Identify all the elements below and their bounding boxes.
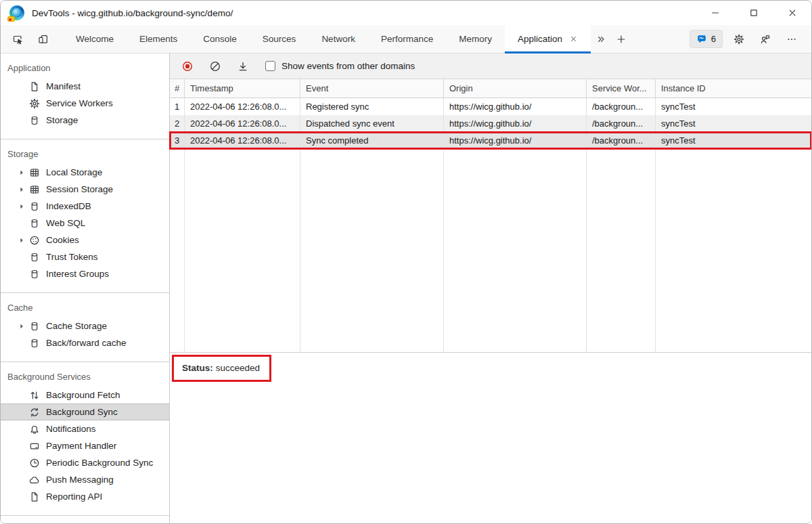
sidebar-item-payment-handler[interactable]: Payment Handler <box>1 437 169 454</box>
plus-icon <box>616 34 627 45</box>
events-table-empty-area <box>170 149 811 353</box>
tab-network[interactable]: Network <box>309 25 368 53</box>
empty-grid-column <box>300 149 444 352</box>
tab-label: Network <box>321 34 355 44</box>
sidebar-item-web-sql[interactable]: Web SQL <box>1 215 169 232</box>
record-button[interactable] <box>179 58 196 75</box>
sidebar-item-label: IndexedDB <box>46 201 91 211</box>
column-header-service-wor[interactable]: Service Wor... <box>587 79 656 97</box>
cell-origin: https://wicg.github.io/ <box>444 98 587 115</box>
document-icon <box>29 492 40 502</box>
arrow-spacer <box>17 407 29 418</box>
event-row-3[interactable]: 32022-04-06 12:26:08.0...Sync completedh… <box>170 132 811 149</box>
sidebar-item-background-fetch[interactable]: Background Fetch <box>1 387 169 403</box>
tab-application[interactable]: Application <box>505 25 591 53</box>
settings-button[interactable] <box>729 29 749 49</box>
sidebar-item-notifications[interactable]: Notifications <box>1 420 169 437</box>
datagrid-icon <box>29 167 40 178</box>
tab-memory[interactable]: Memory <box>446 25 505 53</box>
clear-events-button[interactable] <box>206 58 224 75</box>
tab-sources[interactable]: Sources <box>250 25 309 53</box>
record-icon <box>182 61 193 72</box>
device-emulation-icon <box>38 34 49 45</box>
column-header-origin[interactable]: Origin <box>444 79 587 97</box>
database-icon <box>29 201 40 212</box>
tab-label: Console <box>203 34 237 44</box>
arrow-spacer <box>17 441 29 452</box>
section-title: Application <box>1 53 169 78</box>
maximize-button[interactable] <box>734 1 773 25</box>
sidebar-item-local-storage[interactable]: Local Storage <box>1 164 169 181</box>
feedback-icon <box>760 34 771 45</box>
sidebar-item-label: Storage <box>46 115 78 125</box>
more-tabs-button[interactable] <box>591 29 611 49</box>
sidebar-item-interest-groups[interactable]: Interest Groups <box>1 265 169 282</box>
sidebar-item-reporting-api[interactable]: Reporting API <box>1 488 169 505</box>
tab-console[interactable]: Console <box>190 25 250 53</box>
database-icon <box>29 252 40 263</box>
sidebar-item-label: Reporting API <box>46 492 102 502</box>
more-options-icon <box>786 34 797 45</box>
sidebar-item-push-messaging[interactable]: Push Messaging <box>1 471 169 488</box>
sidebar-item-back-forward-cache[interactable]: Back/forward cache <box>1 334 169 351</box>
add-tab-button[interactable] <box>611 29 631 49</box>
events-toolbar: Show events from other domains <box>170 53 811 79</box>
arrow-spacer <box>17 115 29 126</box>
sidebar-item-indexeddb[interactable]: IndexedDB <box>1 198 169 215</box>
tab-close-icon[interactable] <box>569 35 578 43</box>
expand-arrow-icon[interactable] <box>17 167 29 178</box>
minimize-button[interactable] <box>696 1 734 25</box>
tab-label: Sources <box>263 34 296 44</box>
sidebar-item-session-storage[interactable]: Session Storage <box>1 181 169 198</box>
close-button[interactable] <box>773 1 811 25</box>
cell-event: Dispatched sync event <box>300 115 444 132</box>
updown-arrows-icon <box>29 390 40 401</box>
column-header-event[interactable]: Event <box>300 79 444 97</box>
sidebar-item-storage[interactable]: Storage <box>1 112 169 129</box>
expand-arrow-icon[interactable] <box>17 201 29 212</box>
issues-badge[interactable]: 6 <box>690 30 723 48</box>
more-options-button[interactable] <box>782 29 802 49</box>
sidebar-item-manifest[interactable]: Manifest <box>1 78 169 95</box>
arrow-spacer <box>17 98 29 109</box>
expand-arrow-icon[interactable] <box>17 184 29 195</box>
events-table-header: #TimestampEventOriginService Wor...Insta… <box>170 79 811 98</box>
device-emulation-button[interactable] <box>33 29 53 49</box>
arrow-spacer <box>17 81 29 92</box>
column-header-[interactable]: # <box>170 79 185 97</box>
sidebar-item-cookies[interactable]: Cookies <box>1 232 169 248</box>
show-events-checkbox[interactable] <box>265 61 275 71</box>
tab-elements[interactable]: Elements <box>127 25 190 53</box>
event-row-2[interactable]: 22022-04-06 12:26:08.0...Dispatched sync… <box>170 115 811 132</box>
cell-timestamp: 2022-04-06 12:26:08.0... <box>185 115 300 132</box>
beta-badge-icon <box>7 16 15 22</box>
column-header-timestamp[interactable]: Timestamp <box>185 79 300 97</box>
save-events-button[interactable] <box>234 58 252 75</box>
panel-tabs: WelcomeElementsConsoleSourcesNetworkPerf… <box>63 25 591 53</box>
sidebar-item-cache-storage[interactable]: Cache Storage <box>1 318 169 334</box>
column-header-instance-id[interactable]: Instance ID <box>656 79 811 97</box>
cell-event: Sync completed <box>300 132 444 149</box>
sidebar-item-background-sync[interactable]: Background Sync <box>1 403 169 420</box>
feedback-button[interactable] <box>755 29 775 49</box>
sidebar-item-service-workers[interactable]: Service Workers <box>1 95 169 112</box>
tab-performance[interactable]: Performance <box>368 25 446 53</box>
sidebar-item-periodic-background-sync[interactable]: Periodic Background Sync <box>1 454 169 471</box>
tab-welcome[interactable]: Welcome <box>63 25 127 53</box>
sidebar-item-label: Payment Handler <box>46 441 116 451</box>
inspect-element-icon <box>12 34 23 45</box>
payment-card-icon <box>29 441 40 452</box>
sidebar-item-label: Push Messaging <box>46 475 114 485</box>
sidebar-section-background-services: Background ServicesBackground FetchBackg… <box>1 362 169 516</box>
sidebar-item-label: Interest Groups <box>46 269 109 279</box>
sidebar-item-label: Background Fetch <box>46 390 120 400</box>
sidebar-item-trust-tokens[interactable]: Trust Tokens <box>1 248 169 265</box>
expand-arrow-icon[interactable] <box>17 321 29 332</box>
event-row-1[interactable]: 12022-04-06 12:26:08.0...Registered sync… <box>170 98 811 115</box>
close-icon <box>787 7 798 18</box>
cookie-icon <box>29 235 40 246</box>
inspect-element-button[interactable] <box>7 29 28 49</box>
tab-tools <box>7 29 53 49</box>
expand-arrow-icon[interactable] <box>17 235 29 246</box>
arrow-spacer <box>17 338 29 349</box>
